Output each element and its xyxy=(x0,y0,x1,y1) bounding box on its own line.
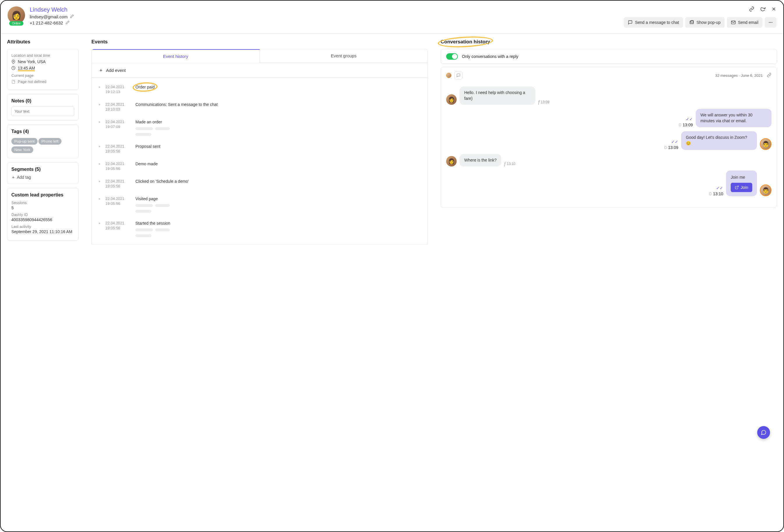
chat-body: 👩Hello. I need help with choosing a fare… xyxy=(446,80,772,203)
time-row: 13:45 AM xyxy=(11,66,74,70)
toggle-label: Only conversations with a reply xyxy=(462,54,519,59)
channel-chat-icon xyxy=(454,71,463,80)
chat-icon xyxy=(628,20,633,25)
event-content: Order paid xyxy=(135,85,421,94)
more-button[interactable] xyxy=(765,17,777,28)
time-value: 13:45 AM xyxy=(18,66,35,70)
event-content: Communications: Sent a message to the ch… xyxy=(135,102,421,112)
event-item: 22.04.202119:05:56Visited page xyxy=(99,193,421,217)
event-dot xyxy=(99,223,100,224)
event-dot xyxy=(99,198,100,200)
event-item: 22.04.202119:07:09Made an order xyxy=(99,116,421,140)
profile-name[interactable]: Lindsey Welch xyxy=(30,6,74,13)
notes-input[interactable] xyxy=(11,107,74,116)
current-page-label: Current page xyxy=(11,73,74,78)
event-item: 22.04.202119:10:03Communications: Sent a… xyxy=(99,98,421,116)
chat-fab[interactable] xyxy=(757,426,770,439)
event-content: Visited page xyxy=(135,197,421,213)
event-date: 22.04.202119:05:56 xyxy=(106,197,130,213)
mail-icon xyxy=(731,20,736,25)
plus-icon xyxy=(99,68,103,72)
tag-item[interactable]: Phone left xyxy=(38,138,61,145)
event-date: 22.04.202119:05:56 xyxy=(106,221,130,237)
event-dot xyxy=(99,104,100,105)
edit-phone-icon[interactable] xyxy=(65,20,69,25)
message-bubble-out: Join me Join xyxy=(726,171,757,196)
conversation-filter-card: Only conversations with a reply xyxy=(441,49,777,64)
show-popup-button[interactable]: Show pop-up xyxy=(685,17,725,28)
event-dot xyxy=(99,163,100,165)
reply-toggle[interactable] xyxy=(446,53,458,60)
attributes-title: Attributes xyxy=(7,39,79,45)
svg-rect-1 xyxy=(691,20,694,23)
edit-email-icon[interactable] xyxy=(70,14,74,19)
event-item: 22.04.202119:05:56Proposal sent xyxy=(99,140,421,157)
event-dot xyxy=(99,146,100,147)
event-content: Clicked on 'Schedule a demo' xyxy=(135,179,421,188)
add-tag-button[interactable]: Add tag xyxy=(11,175,74,180)
message-meta: ✓✓13:09 xyxy=(664,139,678,150)
tags-container: Pop-up sentPhone leftNew York xyxy=(11,137,74,154)
profile-phone: +1 212-482-6632 xyxy=(30,20,63,25)
add-event-button[interactable]: Add event xyxy=(92,63,427,78)
send-email-label: Send email xyxy=(738,20,758,25)
send-chat-button[interactable]: Send a message to chat xyxy=(624,17,683,28)
join-button[interactable]: Join xyxy=(731,183,752,192)
event-item: 22.04.202119:05:56Clicked on 'Schedule a… xyxy=(99,175,421,193)
event-date: 22.04.202119:05:56 xyxy=(106,161,130,171)
event-list: 22.04.202119:12:13Order paid22.04.202119… xyxy=(92,78,427,244)
last-activity-label: Last activity xyxy=(11,225,74,229)
segments-title: Segments (5) xyxy=(11,167,74,172)
add-event-label: Add event xyxy=(106,68,126,73)
message-row: 👩Where is the link?f 13:10 xyxy=(446,154,772,167)
link-icon[interactable] xyxy=(749,6,754,12)
tag-item[interactable]: Pop-up sent xyxy=(11,138,37,145)
sessions-value: 5 xyxy=(11,205,74,210)
message-row: ✓✓13:09Good day! Let's discuss in Zoom? … xyxy=(446,131,772,150)
custom-props-card: Custom lead properties Sessions5 Dashly … xyxy=(7,188,79,241)
profile-email: lindsey@gmail.com xyxy=(30,14,67,19)
refresh-icon[interactable] xyxy=(760,6,765,12)
event-content: Proposal sent xyxy=(135,144,421,153)
profile-email-row: lindsey@gmail.com xyxy=(30,14,74,19)
dashly-label: Dashly ID xyxy=(11,212,74,217)
current-page-row: Page not defined xyxy=(11,80,74,84)
agent-avatar: 👨 xyxy=(760,184,772,196)
event-content: Started the session xyxy=(135,221,421,237)
plus-icon xyxy=(11,176,15,179)
tag-item[interactable]: New York xyxy=(11,146,33,153)
customer-avatar: 👩 xyxy=(446,156,457,167)
event-date: 22.04.202119:07:09 xyxy=(106,120,130,136)
tab-event-groups[interactable]: Event groups xyxy=(260,49,427,63)
tags-title: Tags (4) xyxy=(11,129,74,134)
event-date: 22.04.202119:05:56 xyxy=(106,144,130,153)
conversation-thread-card: 32 messages · June 6, 2021 👩Hello. I nee… xyxy=(441,67,777,207)
tags-card: Tags (4) Pop-up sentPhone leftNew York xyxy=(7,124,79,158)
events-tabs: Event history Event groups xyxy=(91,49,428,63)
tab-event-history[interactable]: Event history xyxy=(92,49,260,63)
message-bubble-in: Where is the link? xyxy=(459,154,501,167)
popup-icon xyxy=(689,20,694,25)
custom-props-title: Custom lead properties xyxy=(11,193,74,198)
event-dot xyxy=(99,181,100,182)
thread-link-icon[interactable] xyxy=(767,73,772,78)
svg-point-6 xyxy=(13,61,14,62)
svg-rect-10 xyxy=(709,193,711,195)
status-badge: Online xyxy=(9,21,24,26)
attributes-column: Attributes Location and local time New Y… xyxy=(1,34,85,250)
conversation-column: Conversation history Only conversations … xyxy=(434,34,783,250)
current-page-value: Page not defined xyxy=(18,80,46,84)
message-row: ✓✓13:09We will answer you within 30 minu… xyxy=(446,109,772,127)
sessions-label: Sessions xyxy=(11,201,74,205)
header-right: Send a message to chat Show pop-up Send … xyxy=(624,6,777,28)
conversation-summary: 32 messages · June 6, 2021 xyxy=(715,73,763,78)
conversation-header: 32 messages · June 6, 2021 xyxy=(446,71,772,80)
close-icon[interactable] xyxy=(771,6,777,12)
event-date: 22.04.202119:12:13 xyxy=(106,85,130,94)
conversation-meta: 32 messages · June 6, 2021 xyxy=(715,73,772,78)
main-columns: Attributes Location and local time New Y… xyxy=(1,34,783,250)
send-chat-label: Send a message to chat xyxy=(635,20,679,25)
clock-icon xyxy=(11,66,16,70)
send-email-button[interactable]: Send email xyxy=(727,17,762,28)
header-icons xyxy=(749,6,777,12)
